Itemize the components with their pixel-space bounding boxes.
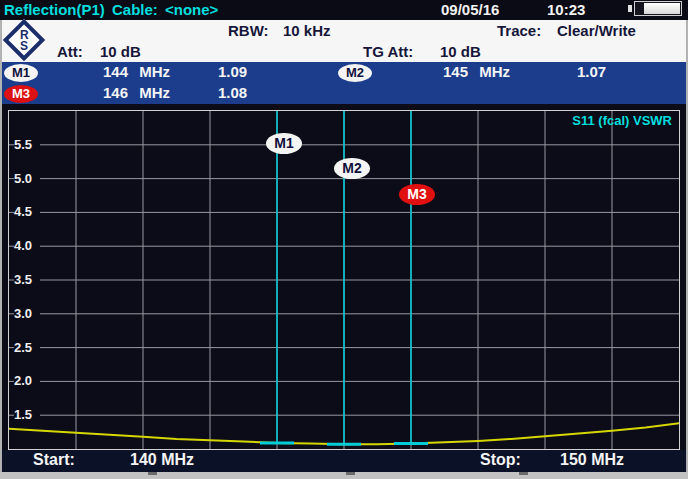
rohde-schwarz-logo: R S	[3, 19, 45, 61]
stop-value: 150 MHz	[560, 451, 624, 469]
rbw-label: RBW:	[228, 22, 269, 39]
marker-badge-m3: M3	[4, 85, 38, 103]
marker-badge-m1: M1	[4, 64, 38, 82]
battery-charge-level	[644, 3, 680, 14]
marker-value-m2: 1.07	[577, 63, 606, 80]
trace-value: Clear/Write	[557, 22, 636, 39]
start-label: Start:	[33, 451, 75, 469]
settings-bar: R S RBW: 10 kHz Trace: Clear/Write Att: …	[0, 20, 688, 62]
logo-letter-s: S	[20, 39, 28, 53]
marker-value-m1: 1.09	[218, 63, 247, 80]
stop-label: Stop:	[480, 451, 521, 469]
att-label: Att:	[57, 43, 83, 60]
marker-badge-m2: M2	[338, 64, 372, 82]
battery-body	[634, 1, 682, 16]
marker-freq-m1: 144 MHz	[103, 63, 170, 80]
bezel-bottom	[0, 472, 688, 479]
bezel-notch	[148, 472, 157, 475]
bezel-notch	[346, 472, 355, 475]
battery-terminal	[628, 5, 632, 12]
marker-value-m3: 1.08	[218, 84, 247, 101]
analyzer-screen: Reflection(P1) Cable: <none> 09/05/16 10…	[0, 0, 688, 479]
tg-att-value: 10 dB	[440, 43, 481, 60]
marker-freq-m2: 145 MHz	[443, 63, 510, 80]
trace-plot: 5.5 5.0 4.5 4.0 3.5 3.0 2.5 2.0 1.5 S11 …	[8, 110, 680, 450]
title-bar: Reflection(P1) Cable: <none> 09/05/16 10…	[0, 0, 688, 20]
date-display: 09/05/16	[441, 1, 499, 18]
y-tick-4_0: 4.0	[14, 238, 40, 254]
plot-marker-m3: M3	[399, 184, 435, 205]
time-display: 10:23	[547, 1, 585, 18]
y-tick-3_5: 3.5	[14, 272, 40, 288]
y-tick-1_5: 1.5	[14, 407, 40, 423]
tg-att-label: TG Att:	[363, 43, 413, 60]
bezel-notch	[519, 472, 528, 475]
plot-marker-m2: M2	[334, 158, 370, 179]
cable-label: Cable:	[112, 1, 158, 18]
trace-label: Trace:	[497, 22, 541, 39]
battery-icon	[628, 1, 684, 16]
cable-value: <none>	[165, 1, 218, 18]
y-tick-2_0: 2.0	[14, 373, 40, 389]
rbw-value: 10 kHz	[283, 22, 331, 39]
start-value: 140 MHz	[130, 451, 194, 469]
plot-marker-m1: M1	[266, 133, 302, 154]
bezel-left	[0, 20, 2, 479]
y-tick-4_5: 4.5	[14, 204, 40, 220]
y-tick-5_5: 5.5	[14, 137, 40, 153]
frequency-footer: Start: 140 MHz Stop: 150 MHz	[0, 450, 688, 472]
trace-name-label: S11 (fcal) VSWR	[572, 113, 672, 128]
att-value: 10 dB	[100, 43, 141, 60]
y-tick-5_0: 5.0	[14, 171, 40, 187]
y-tick-3_0: 3.0	[14, 306, 40, 322]
marker-table: M1 144 MHz 1.09 M2 145 MHz 1.07 M3 146 M…	[0, 62, 688, 104]
marker-freq-m3: 146 MHz	[103, 84, 170, 101]
y-tick-2_5: 2.5	[14, 340, 40, 356]
measurement-mode: Reflection(P1)	[4, 1, 105, 18]
